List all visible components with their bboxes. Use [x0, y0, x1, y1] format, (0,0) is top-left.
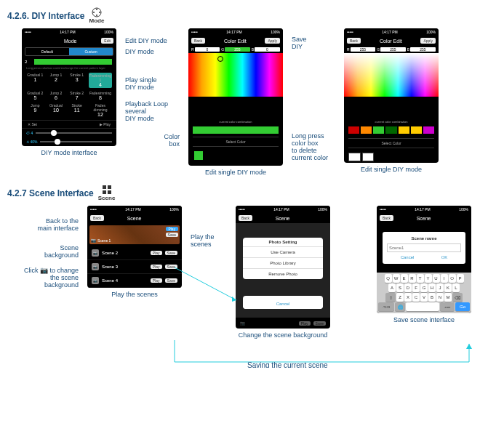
photo-setting-modal: Photo Setting Use Camera Photo Library R…: [243, 238, 323, 279]
key[interactable]: S: [396, 283, 404, 292]
mode-cell[interactable]: Stroke11: [68, 103, 86, 117]
key[interactable]: N: [436, 293, 444, 302]
key[interactable]: I: [441, 274, 448, 283]
play-button[interactable]: Play: [151, 251, 162, 255]
save-button[interactable]: Save: [165, 251, 177, 255]
key[interactable]: R: [409, 274, 416, 283]
key[interactable]: L: [452, 283, 460, 292]
key[interactable]: A: [388, 283, 396, 292]
scene-name-phone: •••••14:17 PM100% Back Scene Scene name …: [377, 206, 471, 313]
key[interactable]: E: [401, 274, 408, 283]
key[interactable]: V: [420, 293, 428, 302]
color-spectrum-2[interactable]: [344, 53, 439, 97]
back-button[interactable]: Back: [90, 215, 104, 221]
scene-name-input[interactable]: [387, 243, 461, 252]
back-button[interactable]: Back: [191, 38, 205, 44]
annot-playback-loop: Playback Loop several DIY mode: [125, 100, 180, 122]
mode-tabs[interactable]: Default Custom: [25, 47, 113, 56]
key[interactable]: D: [404, 283, 412, 292]
camera-icon[interactable]: 📷: [92, 249, 99, 257]
svg-rect-7: [103, 190, 106, 194]
photo-library-option[interactable]: Photo Library: [243, 257, 323, 268]
tab-custom[interactable]: Custom: [69, 48, 113, 55]
play-button[interactable]: Play: [166, 227, 178, 231]
save-button[interactable]: Save: [165, 265, 177, 269]
key[interactable]: G: [420, 283, 428, 292]
color-spectrum[interactable]: [188, 53, 283, 97]
use-camera-option[interactable]: Use Camera: [243, 246, 323, 257]
svg-rect-8: [108, 190, 111, 194]
mode-cell[interactable]: Fadesimming8: [89, 91, 112, 100]
camera-icon[interactable]: 📷: [91, 238, 96, 243]
keyboard[interactable]: QWERTYUIOPASDFGHJKL⇧ZXCVBNM⌫.?123🌐 .comG…: [377, 273, 471, 313]
key[interactable]: T: [417, 274, 424, 283]
caption-diy-mode: DIY mode interface: [41, 149, 97, 156]
annot-color-box: Color box: [125, 133, 180, 148]
camera-icon[interactable]: 📷: [92, 277, 99, 284]
key[interactable]: C: [412, 293, 420, 302]
svg-marker-10: [466, 344, 472, 349]
color-edit-phone-2: •••••14:17 PM100% Back Color Edit Apply …: [344, 28, 439, 163]
key[interactable]: O: [449, 274, 456, 283]
mode-cell[interactable]: Jump 26: [47, 91, 65, 100]
key[interactable]: Y: [425, 274, 432, 283]
section-scene-title: 4.2.7 Scene Interface Scene: [7, 185, 504, 201]
scene-row: 📷Scene 2PlaySave: [87, 246, 182, 260]
annot-play-single: Play single DIY mode: [125, 76, 180, 91]
mode-cell[interactable]: Stroke 13: [68, 73, 86, 88]
mode-title: Mode: [64, 39, 77, 44]
diy-mode-phone: •••••14:17 PM100% Mode Edit Default Cust…: [22, 28, 116, 146]
annot-edit-diy: Edit DIY mode: [125, 37, 180, 44]
key[interactable]: K: [444, 283, 452, 292]
mode-cell[interactable]: Gradual10: [47, 103, 65, 117]
key[interactable]: U: [433, 274, 440, 283]
key[interactable]: F: [412, 283, 420, 292]
save-button[interactable]: Save: [165, 278, 177, 283]
cancel-button[interactable]: Cancel: [243, 296, 323, 309]
key[interactable]: J: [436, 283, 444, 292]
key[interactable]: P: [457, 274, 464, 283]
photo-setting-phone: •••••14:17 PM100% Back Scene Photo Setti…: [236, 206, 330, 329]
color-box[interactable]: [194, 151, 203, 160]
remove-photo-option[interactable]: Remove Photo: [243, 268, 323, 279]
key[interactable]: Z: [396, 293, 404, 302]
key[interactable]: W: [393, 274, 400, 283]
mode-cell[interactable]: Gradual 25: [26, 91, 44, 100]
play-button[interactable]: Play: [151, 265, 162, 269]
mode-cell[interactable]: Jump 12: [47, 73, 65, 88]
mode-icon: Mode: [89, 7, 105, 24]
play-button[interactable]: Play: [151, 278, 162, 283]
key[interactable]: Q: [385, 274, 392, 283]
scene-row: 📷Scene 4PlaySave: [87, 274, 182, 288]
scene-1-bg[interactable]: 📷 Scene 1 Play Save: [89, 225, 180, 244]
svg-rect-6: [108, 185, 111, 189]
set-label[interactable]: ✕ Set: [28, 122, 37, 126]
mode-cell[interactable]: Fadesimming 14: [89, 73, 112, 88]
cancel-button[interactable]: Cancel: [401, 255, 415, 259]
apply-button[interactable]: Apply: [265, 38, 280, 44]
color-boxes[interactable]: [344, 125, 439, 135]
mode-cell[interactable]: Fades dimming12: [89, 103, 112, 117]
brightness-slider[interactable]: [40, 141, 112, 142]
key[interactable]: X: [404, 293, 412, 302]
camera-icon[interactable]: 📷: [92, 263, 99, 270]
mode-cell[interactable]: Gradual 11: [26, 73, 44, 88]
key[interactable]: B: [428, 293, 436, 302]
save-button[interactable]: Save: [166, 233, 178, 237]
tab-default[interactable]: Default: [25, 48, 69, 55]
mode-cell[interactable]: Stroke 27: [68, 91, 86, 100]
ok-button[interactable]: OK: [441, 255, 448, 259]
speed-slider[interactable]: [36, 132, 112, 134]
color-edit-phone-1: •••••14:17 PM100% Back Color Edit Apply …: [188, 28, 283, 166]
color-combo-bar[interactable]: [193, 126, 279, 134]
mode-cell[interactable]: Jump9: [26, 103, 44, 117]
svg-point-4: [93, 12, 95, 13]
diy-mode-bar[interactable]: [34, 59, 112, 65]
svg-point-1: [96, 9, 97, 10]
scene-icon: Scene: [98, 185, 116, 201]
scene-list-phone: •••••14:17 PM100% Back Scene 📷 Scene 1 P…: [87, 206, 182, 288]
key[interactable]: H: [428, 283, 436, 292]
key[interactable]: M: [444, 293, 452, 302]
edit-button[interactable]: Edit: [101, 38, 113, 44]
play-label[interactable]: ▶ Play: [100, 122, 111, 126]
